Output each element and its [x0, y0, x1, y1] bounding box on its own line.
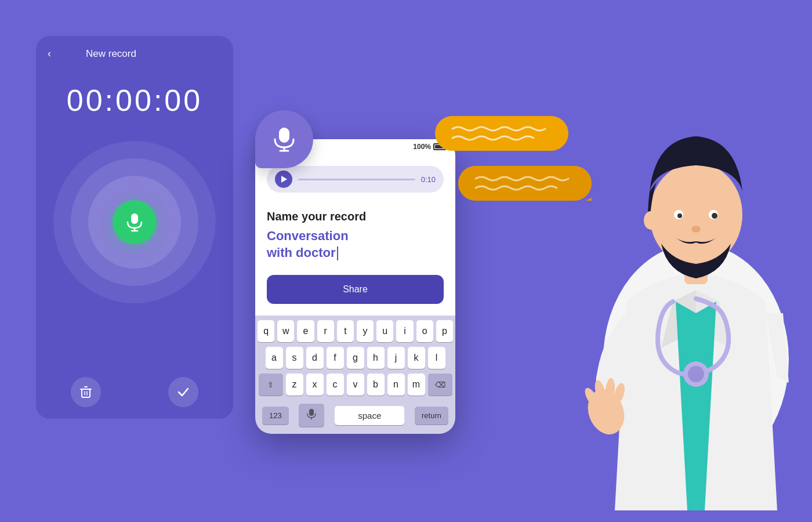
- keyboard[interactable]: q w e r t y u i o p a s d f g h j k l ⇧ …: [255, 316, 455, 434]
- key-s[interactable]: s: [286, 347, 303, 369]
- doctor-illustration: [580, 58, 812, 464]
- phone-header: ‹ New record: [48, 48, 222, 60]
- mic-button[interactable]: [113, 200, 157, 244]
- key-u[interactable]: u: [376, 320, 393, 342]
- key-l[interactable]: l: [428, 347, 445, 369]
- keyboard-row-3: ⇧ z x c v b n m ⌫: [258, 374, 453, 396]
- key-b[interactable]: b: [367, 374, 385, 396]
- key-j[interactable]: j: [387, 347, 405, 369]
- record-name-line1: Conversation: [267, 229, 349, 243]
- key-d[interactable]: d: [306, 347, 324, 369]
- keyboard-row-2: a s d f g h j k l: [258, 347, 453, 369]
- check-icon: [177, 386, 190, 398]
- text-cursor: [337, 246, 338, 260]
- phone-bottom-actions: [48, 377, 222, 407]
- speech-bubble-2: [452, 166, 592, 206]
- keyboard-mic-icon: [307, 408, 316, 420]
- mic-bubble: [255, 110, 313, 168]
- key-k[interactable]: k: [408, 347, 425, 369]
- key-o[interactable]: o: [416, 320, 433, 342]
- key-w[interactable]: w: [277, 320, 294, 342]
- play-icon: [281, 176, 287, 183]
- numbers-key[interactable]: 123: [262, 407, 289, 425]
- confirm-button[interactable]: [168, 377, 198, 407]
- key-i[interactable]: i: [396, 320, 413, 342]
- circles-container: [53, 141, 216, 303]
- key-n[interactable]: n: [387, 374, 405, 396]
- delete-button[interactable]: [71, 377, 101, 407]
- middle-phone-mockup: 9:41 AM 100% 0:10 Name your record Conve…: [255, 139, 455, 434]
- key-x[interactable]: x: [306, 374, 324, 396]
- mic-icon: [125, 212, 144, 232]
- mic-key[interactable]: [299, 404, 324, 427]
- key-r[interactable]: r: [317, 320, 334, 342]
- shift-key[interactable]: ⇧: [259, 374, 283, 396]
- speech-bubbles: [435, 116, 592, 206]
- keyboard-bottom-bar: 123 space return: [258, 400, 453, 432]
- key-m[interactable]: m: [408, 374, 425, 396]
- svg-rect-3: [82, 389, 90, 397]
- key-q[interactable]: q: [258, 320, 274, 342]
- play-button[interactable]: [275, 171, 292, 188]
- phone-title: New record: [86, 48, 136, 60]
- doctor-svg: [580, 58, 812, 510]
- name-label: Name your record: [267, 210, 444, 223]
- svg-point-32: [688, 366, 704, 382]
- left-phone-mockup: ‹ New record 00:00:00: [36, 36, 233, 419]
- svg-rect-8: [279, 128, 289, 143]
- svg-point-23: [712, 213, 717, 219]
- phone-content: 0:10 Name your record Conversation with …: [255, 154, 455, 316]
- battery-percent: 100%: [413, 143, 431, 151]
- key-g[interactable]: g: [347, 347, 364, 369]
- share-button[interactable]: Share: [267, 275, 444, 304]
- audio-player[interactable]: 0:10: [267, 166, 444, 193]
- space-key[interactable]: space: [335, 406, 404, 425]
- mic-bubble-bg: [255, 110, 313, 168]
- key-a[interactable]: a: [266, 347, 283, 369]
- delete-key[interactable]: ⌫: [428, 374, 452, 396]
- svg-point-24: [691, 226, 701, 233]
- audio-progress-bar[interactable]: [298, 179, 415, 180]
- return-key[interactable]: return: [415, 407, 448, 425]
- svg-point-25: [644, 211, 658, 230]
- speech-bubble-1: [435, 116, 592, 157]
- record-name-line2: with doctor: [267, 245, 336, 260]
- key-y[interactable]: y: [357, 320, 374, 342]
- svg-rect-0: [131, 213, 138, 224]
- record-name-input[interactable]: Conversation with doctor: [267, 228, 444, 261]
- timer-display: 00:00:00: [67, 83, 202, 118]
- bubble-2-svg: [452, 166, 592, 204]
- key-v[interactable]: v: [347, 374, 364, 396]
- key-h[interactable]: h: [367, 347, 385, 369]
- bubble-1-svg: [435, 116, 574, 154]
- mic-bubble-icon: [270, 125, 298, 153]
- key-f[interactable]: f: [327, 347, 344, 369]
- key-e[interactable]: e: [297, 320, 314, 342]
- key-t[interactable]: t: [337, 320, 354, 342]
- svg-rect-15: [458, 166, 592, 201]
- key-p[interactable]: p: [436, 320, 453, 342]
- keyboard-row-1: q w e r t y u i o p: [258, 320, 453, 342]
- key-c[interactable]: c: [327, 374, 344, 396]
- trash-icon: [79, 386, 92, 398]
- svg-rect-13: [435, 116, 568, 151]
- audio-duration: 0:10: [421, 175, 436, 184]
- svg-point-21: [677, 213, 682, 218]
- key-z[interactable]: z: [286, 374, 303, 396]
- svg-rect-11: [309, 409, 314, 416]
- back-button[interactable]: ‹: [48, 48, 51, 60]
